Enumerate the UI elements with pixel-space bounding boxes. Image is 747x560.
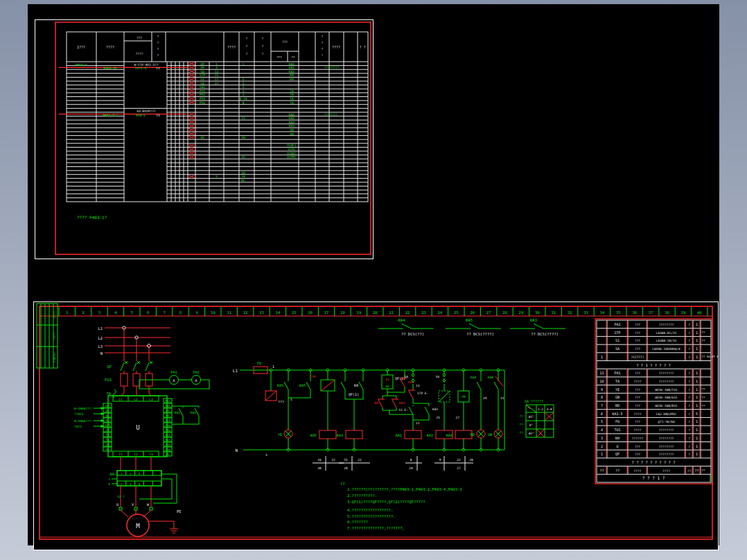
cad-line xyxy=(321,380,335,391)
label-pin: 11 xyxy=(156,67,160,70)
label-ka5a: KA5 xyxy=(277,383,283,387)
label-4: 5.??????????????????. xyxy=(347,514,396,518)
label-no: 1 xyxy=(601,452,603,456)
label-1: 22 xyxy=(358,458,362,462)
label-d: SH xyxy=(290,128,294,132)
cad-line xyxy=(494,382,498,390)
label-c2: 3-4 xyxy=(546,408,552,411)
label-unit: ? xyxy=(688,388,690,392)
label-w: SA xyxy=(200,70,204,73)
label-n: 5 xyxy=(216,175,218,178)
label-no: 2 xyxy=(601,444,603,448)
cad-rect xyxy=(39,306,712,539)
cad-line xyxy=(495,376,503,386)
label-w: 3P xyxy=(200,66,204,69)
label-w: S1 xyxy=(200,78,204,81)
cad-circle xyxy=(412,379,414,381)
label-24: 25 xyxy=(454,310,459,315)
cad-line xyxy=(121,510,128,517)
label-note: ?? xyxy=(702,387,705,391)
label-w5: 5 xyxy=(290,398,292,401)
label-34: 35 xyxy=(616,310,621,315)
label-h8a: ??? xyxy=(282,40,288,44)
label-qf1: QF(1) xyxy=(349,392,359,396)
label-5: CM xyxy=(106,428,109,432)
label-0: 8 xyxy=(410,458,412,462)
label-8: CM xyxy=(106,443,109,446)
label-0: L1 xyxy=(118,398,123,401)
label-qty: 1 xyxy=(696,395,698,399)
label-6: POm xyxy=(165,428,170,432)
label-model: ???????? xyxy=(659,445,674,448)
label-ka1: KA1 xyxy=(175,411,180,414)
label-qty: 1 xyxy=(696,428,698,432)
cad-line xyxy=(359,382,363,390)
label-note: ?? xyxy=(702,469,705,472)
label-d: SH xyxy=(290,132,294,136)
label-tag: KA4 xyxy=(398,318,406,322)
label-motor: M xyxy=(136,523,140,530)
label-sym: GN xyxy=(615,395,619,399)
label-5: P3m xyxy=(165,423,170,427)
label-1: ? xyxy=(322,41,324,44)
label-w: 3U xyxy=(200,136,204,139)
label-qty: 1 xyxy=(696,371,698,375)
label-0: 9 xyxy=(439,458,441,462)
label-0: +A? xyxy=(105,404,110,408)
label-2: T3 xyxy=(149,453,153,456)
label-0: 1 xyxy=(66,310,68,315)
label-m2: A xyxy=(195,378,197,383)
label-ka3n: KA3 xyxy=(399,401,405,405)
label-no: 3 xyxy=(601,436,603,440)
label-1: AV xyxy=(106,409,109,412)
label-2: 4?0?4? xyxy=(53,352,56,362)
label-name: ??? xyxy=(635,453,640,456)
label-0: 22 xyxy=(457,458,461,462)
label-code: P403-3 xyxy=(76,63,87,67)
label-gn: GN xyxy=(488,432,492,437)
label-1: M02 xyxy=(165,404,170,408)
label-sym: ?? xyxy=(615,469,619,473)
label-19: 20 xyxy=(373,310,378,315)
label-no: 4 xyxy=(601,428,603,432)
terminal-diagram-panel: 1???????????????????????????????????????… xyxy=(35,19,374,259)
label-0: 45° xyxy=(528,415,534,419)
label-d: TA xyxy=(290,89,294,93)
label-w29: 29 xyxy=(483,396,487,400)
label-sym: KA1-5 xyxy=(612,412,622,416)
label-model: ???????? xyxy=(659,428,674,432)
label-qf: QF xyxy=(107,365,112,369)
label-name: ???? xyxy=(634,469,642,473)
label-2: 27 xyxy=(457,466,461,470)
label-16: 17 xyxy=(324,310,329,315)
label-unit: ? xyxy=(688,412,690,416)
label-0: 15 xyxy=(344,458,348,462)
label-d: KA3 xyxy=(289,121,295,124)
label-sym: TU1 xyxy=(614,428,620,432)
label-s1: S1 E- xyxy=(398,408,408,412)
label-ye: YE xyxy=(278,432,282,437)
label-0: ? xyxy=(157,35,159,38)
label-ka4a: KA4 xyxy=(471,376,476,379)
label-qty: ?? xyxy=(694,469,698,473)
label-h10: ???? xyxy=(332,45,340,49)
label-10: 11 xyxy=(227,310,231,315)
label-model: ???????? xyxy=(659,453,674,456)
label-7: RC1 xyxy=(165,433,170,437)
label-name: ?STTTT? xyxy=(631,356,644,359)
label-rd: RD xyxy=(471,432,475,437)
label-sym: YE xyxy=(615,387,619,392)
label-head: ?? xyxy=(340,482,345,486)
label-no: 7 xyxy=(601,403,603,408)
label-1: ? xyxy=(157,41,159,44)
label-2: 3 xyxy=(98,310,100,315)
label-qty: 1 xyxy=(696,387,698,392)
label-kh_w1: 1 xyxy=(109,478,111,481)
label-3: ?DCS xyxy=(74,425,82,428)
label-r: ???????? xyxy=(324,66,340,69)
label-no: ?? xyxy=(599,469,604,473)
label-31: 32 xyxy=(568,310,572,315)
label-0: 1.??????(??)??????,????P403-1,P403-2,P40… xyxy=(347,487,462,491)
label-name: ??? xyxy=(635,420,640,423)
label-0: ? xyxy=(322,35,324,38)
